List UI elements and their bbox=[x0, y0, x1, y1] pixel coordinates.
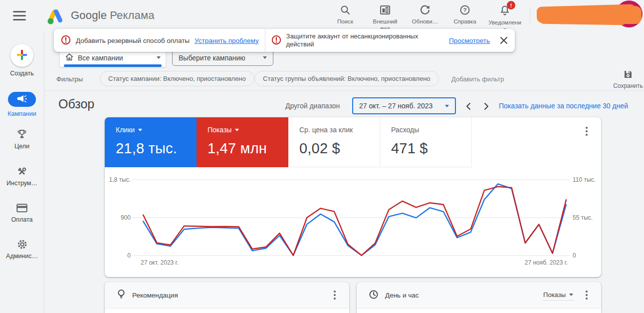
refresh-icon bbox=[420, 4, 430, 17]
chevron-down-icon bbox=[157, 56, 161, 59]
app-title: GoogleРеклама bbox=[71, 9, 155, 22]
page-title: Обзор bbox=[58, 97, 94, 111]
all-campaigns-label: Все кампании bbox=[78, 54, 157, 62]
create-button[interactable] bbox=[10, 44, 33, 67]
menu-icon[interactable] bbox=[13, 11, 26, 21]
review-link[interactable]: Просмотреть bbox=[449, 37, 490, 44]
day-hour-card-header: День и час Показы bbox=[357, 282, 601, 308]
x-axis-end-label: 27 нояб. 2023 г. bbox=[518, 259, 568, 266]
notification-badge: ! bbox=[507, 1, 515, 9]
gear-icon bbox=[16, 244, 28, 252]
account-info-redaction bbox=[618, 6, 642, 24]
x-axis-start-label: 27 окт. 2023 г. bbox=[141, 259, 179, 266]
appearance-icon bbox=[380, 4, 391, 17]
sidebar-item-tools[interactable] bbox=[16, 166, 27, 179]
megaphone-icon bbox=[17, 95, 27, 104]
google-ads-logo-icon bbox=[46, 7, 66, 27]
date-range-label: Другой диапазон bbox=[285, 102, 340, 110]
recommendation-card: Рекомендация bbox=[105, 282, 349, 313]
app-title-google: Google bbox=[71, 9, 107, 21]
save-label: Сохранить bbox=[613, 82, 643, 89]
alert-bar: Добавить резервный способ оплаты Устрани… bbox=[54, 29, 515, 52]
filter-chip-campaign-status[interactable]: Статус кампании: Включено, приостановлен… bbox=[100, 71, 254, 86]
account-info-redaction bbox=[540, 16, 626, 25]
performance-line-chart bbox=[105, 117, 601, 277]
day-hour-metric-value: Показы bbox=[543, 291, 566, 299]
section-divider bbox=[44, 90, 644, 91]
overview-chart-panel: Клики 21,8 тыс. Показы 1,47 млн Ср. цена… bbox=[105, 117, 601, 277]
sidebar-item-admin[interactable] bbox=[16, 239, 28, 252]
help-label: Справка bbox=[448, 18, 481, 25]
sidebar-item-admin-label: Админис… bbox=[0, 253, 44, 260]
day-hour-more-options-button[interactable] bbox=[584, 289, 589, 301]
right-axis-tick-mid: 55 тыс. bbox=[573, 214, 593, 221]
alert-divider bbox=[265, 29, 265, 52]
trophy-icon bbox=[16, 134, 27, 142]
save-button[interactable]: Сохранить bbox=[613, 69, 644, 89]
recommendation-more-options-button[interactable] bbox=[332, 289, 337, 301]
next-period-button[interactable] bbox=[480, 100, 493, 113]
clock-icon bbox=[369, 290, 379, 301]
tools-icon bbox=[16, 171, 27, 179]
help-icon: ? bbox=[459, 4, 470, 17]
sidebar-item-goals[interactable] bbox=[16, 129, 27, 142]
top-bar: GoogleРеклама Поиск Внешний вид Обнови… bbox=[0, 0, 644, 32]
security-alert-text: Защитите аккаунт от несанкционированных … bbox=[286, 32, 444, 49]
day-hour-metric-dropdown[interactable]: Показы bbox=[542, 290, 574, 301]
app-title-product: Реклама bbox=[110, 9, 155, 21]
plus-multicolor-icon bbox=[16, 49, 27, 62]
save-icon bbox=[623, 69, 633, 81]
right-axis-tick-top: 110 тыс. bbox=[573, 176, 596, 183]
previous-period-button[interactable] bbox=[462, 100, 475, 113]
sidebar-divider bbox=[44, 32, 44, 313]
date-range-dropdown[interactable]: 27 окт. – 27 нояб. 2023 bbox=[352, 97, 456, 114]
show-last-30-days-link[interactable]: Показать данные за последние 30 дней bbox=[499, 102, 628, 110]
filters-label: Фильтры bbox=[56, 75, 83, 83]
bell-icon: ! bbox=[499, 4, 511, 18]
home-icon bbox=[65, 52, 74, 63]
date-range-value: 27 окт. – 27 нояб. 2023 bbox=[359, 102, 445, 110]
day-hour-card: День и час Показы bbox=[357, 282, 601, 313]
refresh-label: Обнови… bbox=[409, 18, 441, 25]
payment-alert-text: Добавить резервный способ оплаты bbox=[76, 37, 190, 44]
day-hour-card-title: День и час bbox=[385, 292, 542, 299]
recommendation-card-title: Рекомендация bbox=[132, 292, 332, 299]
sidebar-item-create-label: Создать bbox=[0, 70, 44, 77]
lightbulb-icon bbox=[117, 289, 126, 301]
error-icon bbox=[271, 35, 281, 46]
google-ads-overview-page: GoogleРеклама Поиск Внешний вид Обнови… bbox=[0, 0, 644, 313]
chevron-down-icon bbox=[569, 294, 573, 296]
sidebar-item-billing-label: Оплата bbox=[0, 216, 44, 223]
filter-chip-adgroup-status[interactable]: Статус группы объявлений: Включено, прио… bbox=[254, 71, 439, 86]
recommendation-card-header: Рекомендация bbox=[105, 282, 349, 308]
close-icon[interactable] bbox=[500, 36, 508, 44]
day-hour-card-body bbox=[357, 308, 601, 313]
active-tab-underline bbox=[64, 64, 162, 67]
sidebar-item-campaigns-label: Кампании bbox=[0, 110, 44, 117]
search-icon bbox=[340, 4, 351, 17]
sidebar-item-campaigns[interactable] bbox=[8, 92, 36, 107]
search-label: Поиск bbox=[329, 18, 362, 25]
left-axis-tick-zero: 0 bbox=[108, 252, 131, 259]
left-axis-tick-top: 1,8 тыс. bbox=[108, 176, 131, 183]
sidebar-item-goals-label: Цели bbox=[0, 143, 44, 150]
sidebar-item-tools-label: Инструм… bbox=[0, 180, 44, 187]
error-icon bbox=[61, 35, 71, 46]
svg-text:?: ? bbox=[463, 7, 466, 13]
chevron-down-icon bbox=[263, 56, 267, 59]
chevron-down-icon bbox=[445, 105, 449, 107]
right-axis-tick-zero: 0 bbox=[573, 252, 576, 259]
credit-card-icon bbox=[16, 206, 27, 214]
select-campaign-label: Выберите кампанию bbox=[179, 54, 263, 62]
add-filter-button[interactable]: Добавить фильтр bbox=[451, 75, 504, 83]
account-divider bbox=[530, 7, 530, 23]
left-axis-tick-mid: 900 bbox=[108, 214, 131, 221]
fix-problem-link[interactable]: Устранить проблему bbox=[195, 37, 259, 44]
recommendation-card-body bbox=[105, 308, 349, 313]
sidebar-item-billing[interactable] bbox=[16, 204, 27, 214]
